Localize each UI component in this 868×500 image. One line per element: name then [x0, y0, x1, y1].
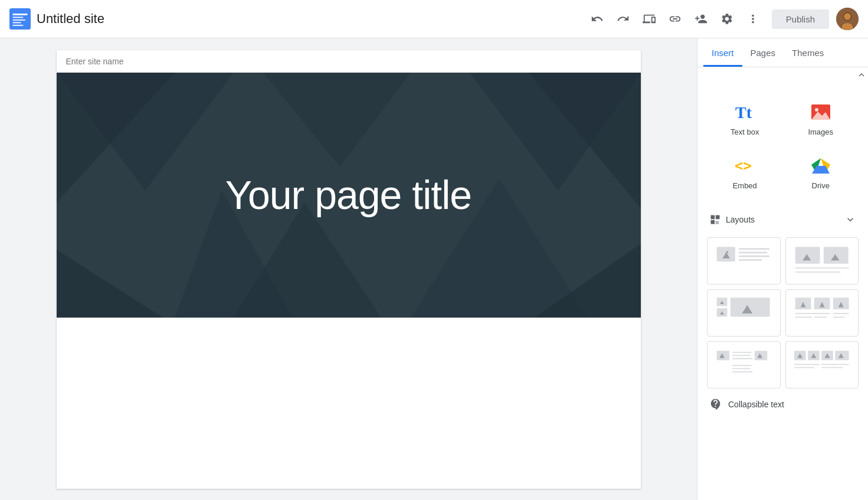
right-panel: Insert Pages Themes Tt Text box — [697, 38, 868, 500]
collapsible-text-item[interactable]: Collapsible text — [707, 393, 859, 416]
settings-button[interactable] — [715, 7, 739, 31]
main-layout: Your page title Insert Pages Themes Tt — [0, 38, 868, 500]
svg-rect-43 — [823, 247, 848, 264]
undo-button[interactable] — [585, 7, 609, 31]
layout-card-3[interactable] — [707, 289, 781, 336]
layout-card-2[interactable] — [785, 237, 859, 285]
tab-themes[interactable]: Themes — [784, 38, 832, 67]
hero-title[interactable]: Your page title — [225, 172, 471, 218]
app-header: Untitled site Publish — [0, 0, 868, 38]
share-button[interactable] — [689, 7, 713, 31]
layouts-grid-row2 — [707, 289, 859, 336]
header-actions: Publish — [585, 7, 859, 31]
drive-label: Drive — [812, 181, 830, 190]
insert-items-grid: Tt Text box Images <> — [707, 92, 859, 200]
svg-point-9 — [844, 13, 851, 20]
layout-card-1[interactable] — [707, 237, 781, 285]
layout-card-5[interactable] — [707, 341, 781, 388]
svg-rect-2 — [12, 17, 23, 18]
text-box-label: Text box — [731, 128, 759, 136]
text-box-icon: Tt — [734, 102, 755, 123]
insert-images[interactable]: Images — [783, 92, 859, 146]
layout-card-6[interactable] — [785, 341, 859, 388]
embed-icon: <> — [734, 155, 755, 177]
more-options-button[interactable] — [741, 7, 765, 31]
collapse-icon[interactable] — [844, 214, 856, 226]
hero-section[interactable]: Your page title — [57, 73, 641, 318]
svg-rect-1 — [12, 14, 27, 15]
publish-button[interactable]: Publish — [772, 9, 829, 29]
layouts-section-header: Layouts — [707, 209, 859, 230]
embed-label: Embed — [733, 181, 757, 190]
page-wrapper: Your page title — [57, 50, 641, 489]
layout-4-preview — [790, 295, 854, 331]
layout-5-preview — [711, 347, 776, 383]
layouts-icon — [709, 214, 721, 226]
site-title[interactable]: Untitled site — [37, 11, 104, 27]
layouts-grid-row3 — [707, 341, 859, 388]
tab-insert[interactable]: Insert — [703, 38, 742, 67]
site-name-input[interactable] — [66, 57, 184, 66]
layout-6-preview — [790, 347, 854, 383]
layouts-grid-row1 — [707, 237, 859, 285]
layouts-title-group: Layouts — [709, 214, 755, 226]
collapsible-icon — [709, 398, 722, 411]
svg-rect-4 — [12, 22, 21, 23]
preview-button[interactable] — [637, 7, 661, 31]
layout-3-preview — [711, 295, 776, 331]
svg-rect-5 — [12, 25, 23, 26]
tab-pages[interactable]: Pages — [742, 38, 784, 67]
images-label: Images — [808, 128, 833, 136]
svg-point-24 — [815, 108, 818, 112]
canvas-area[interactable]: Your page title — [0, 38, 697, 500]
insert-embed[interactable]: <> Embed — [707, 146, 783, 200]
svg-rect-3 — [12, 19, 25, 21]
panel-content: Tt Text box Images <> — [697, 83, 868, 500]
layout-card-4[interactable] — [785, 289, 859, 336]
insert-drive[interactable]: Drive — [783, 146, 859, 200]
drive-icon — [810, 155, 831, 177]
svg-rect-42 — [795, 247, 820, 264]
svg-rect-50 — [731, 298, 770, 316]
redo-button[interactable] — [611, 7, 635, 31]
user-avatar[interactable] — [836, 8, 859, 30]
layout-2-preview — [790, 243, 854, 279]
svg-text:<>: <> — [735, 158, 752, 174]
link-button[interactable] — [663, 7, 687, 31]
content-section[interactable] — [57, 318, 641, 489]
layout-1-preview — [711, 243, 776, 279]
images-icon — [810, 102, 831, 123]
svg-point-41 — [726, 251, 729, 253]
svg-rect-0 — [9, 8, 31, 30]
site-name-bar — [57, 50, 641, 73]
layouts-label: Layouts — [726, 215, 755, 224]
scroll-top-indicator — [697, 67, 868, 83]
sites-logo-icon — [9, 8, 31, 30]
insert-text-box[interactable]: Tt Text box — [707, 92, 783, 146]
logo-group: Untitled site — [9, 8, 104, 30]
panel-tabs: Insert Pages Themes — [697, 38, 868, 67]
collapsible-text-label: Collapsible text — [728, 400, 784, 409]
svg-text:Tt: Tt — [735, 103, 752, 122]
